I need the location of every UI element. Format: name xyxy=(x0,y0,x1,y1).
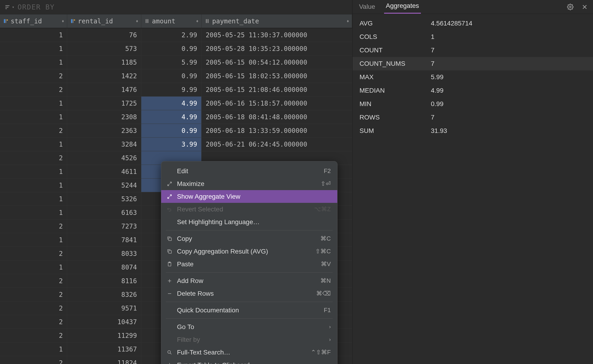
menu-item-show-aggregate-view[interactable]: Show Aggregate View xyxy=(161,190,337,203)
column-header-payment-date[interactable]: payment_date ♦ xyxy=(202,14,352,28)
aggregate-row[interactable]: MEDIAN4.99 xyxy=(352,84,593,97)
cell-staff-id[interactable]: 1 xyxy=(0,28,67,42)
table-row[interactable]: 214769.992005-06-15 21:08:46.000000 xyxy=(0,83,352,97)
cell-rental-id[interactable]: 7273 xyxy=(67,220,141,233)
menu-item-delete-rows[interactable]: Delete Rows⌘⌫ xyxy=(161,287,337,300)
aggregate-row[interactable]: COUNT7 xyxy=(352,44,593,57)
menu-item-full-text-search[interactable]: Full-Text Search…⌃⇧⌘F xyxy=(161,346,337,359)
menu-item-export-table-to-clipboard[interactable]: Export Table to Clipboard xyxy=(161,359,337,364)
cell-rental-id[interactable]: 11299 xyxy=(67,329,141,342)
cell-staff-id[interactable]: 2 xyxy=(0,220,67,233)
cell-amount[interactable]: 5.99 xyxy=(141,56,202,69)
cell-staff-id[interactable]: 1 xyxy=(0,110,67,124)
aggregate-row[interactable]: COLS1 xyxy=(352,30,593,44)
cell-staff-id[interactable]: 1 xyxy=(0,179,67,192)
cell-staff-id[interactable]: 2 xyxy=(0,124,67,137)
cell-amount[interactable]: 2.99 xyxy=(141,28,202,42)
cell-staff-id[interactable]: 1 xyxy=(0,42,67,55)
order-by-bar[interactable]: ▾ ORDER BY xyxy=(0,0,352,14)
cell-rental-id[interactable]: 6163 xyxy=(67,206,141,219)
aggregate-row[interactable]: ROWS7 xyxy=(352,111,593,124)
cell-staff-id[interactable]: 1 xyxy=(0,137,67,151)
cell-rental-id[interactable]: 11367 xyxy=(67,343,141,356)
menu-item-add-row[interactable]: Add Row⌘N xyxy=(161,274,337,287)
cell-rental-id[interactable]: 1185 xyxy=(67,56,141,69)
cell-amount[interactable]: 9.99 xyxy=(141,83,202,96)
cell-rental-id[interactable]: 573 xyxy=(67,42,141,55)
column-header-rental-id[interactable]: rental_id ♦ xyxy=(67,14,141,28)
cell-staff-id[interactable]: 1 xyxy=(0,97,67,110)
close-icon[interactable] xyxy=(581,3,588,11)
cell-payment-date[interactable]: 2005-06-16 15:18:57.000000 xyxy=(202,97,352,110)
cell-rental-id[interactable]: 3284 xyxy=(67,137,141,151)
cell-rental-id[interactable]: 1476 xyxy=(67,83,141,96)
menu-item-copy-aggregation-result-avg[interactable]: Copy Aggregation Result (AVG)⇧⌘C xyxy=(161,245,337,258)
table-row[interactable]: 214220.992005-06-15 18:02:53.000000 xyxy=(0,69,352,83)
aggregate-row[interactable]: COUNT_NUMS7 xyxy=(352,57,593,70)
cell-payment-date[interactable]: 2005-05-28 10:35:23.000000 xyxy=(202,42,352,55)
cell-staff-id[interactable]: 2 xyxy=(0,69,67,83)
tab-value[interactable]: Value xyxy=(357,0,377,14)
cell-staff-id[interactable]: 2 xyxy=(0,288,67,301)
cell-payment-date[interactable]: 2005-06-15 00:54:12.000000 xyxy=(202,56,352,69)
table-row[interactable]: 111855.992005-06-15 00:54:12.000000 xyxy=(0,56,352,69)
cell-staff-id[interactable]: 2 xyxy=(0,356,67,364)
menu-item-maximize[interactable]: Maximize⇧⏎ xyxy=(161,177,337,190)
table-row[interactable]: 223630.992005-06-18 13:33:59.000000 xyxy=(0,124,352,137)
cell-rental-id[interactable]: 4526 xyxy=(67,151,141,165)
cell-rental-id[interactable]: 8074 xyxy=(67,260,141,274)
cell-amount[interactable]: 4.99 xyxy=(141,97,202,110)
cell-rental-id[interactable]: 1725 xyxy=(67,97,141,110)
cell-staff-id[interactable]: 1 xyxy=(0,343,67,356)
tab-aggregates[interactable]: Aggregates xyxy=(384,0,421,14)
cell-payment-date[interactable]: 2005-06-15 21:08:46.000000 xyxy=(202,83,352,96)
cell-rental-id[interactable]: 8326 xyxy=(67,288,141,301)
menu-item-set-highlighting-language[interactable]: Set Highlighting Language… xyxy=(161,215,337,228)
cell-rental-id[interactable]: 1422 xyxy=(67,69,141,83)
cell-rental-id[interactable]: 8033 xyxy=(67,247,141,260)
table-row[interactable]: 123084.992005-06-18 08:41:48.000000 xyxy=(0,110,352,124)
cell-rental-id[interactable]: 11824 xyxy=(67,356,141,364)
cell-rental-id[interactable]: 7841 xyxy=(67,233,141,247)
aggregate-row[interactable]: MIN0.99 xyxy=(352,97,593,111)
cell-amount[interactable]: 0.99 xyxy=(141,124,202,137)
menu-item-edit[interactable]: EditF2 xyxy=(161,165,337,177)
column-header-amount[interactable]: amount ♦ xyxy=(141,14,202,28)
aggregate-row[interactable]: AVG4.5614285714 xyxy=(352,17,593,30)
menu-item-quick-documentation[interactable]: Quick DocumentationF1 xyxy=(161,304,337,317)
cell-staff-id[interactable]: 2 xyxy=(0,247,67,260)
menu-item-go-to[interactable]: Go To› xyxy=(161,320,337,333)
cell-staff-id[interactable]: 1 xyxy=(0,165,67,178)
cell-payment-date[interactable]: 2005-06-18 08:41:48.000000 xyxy=(202,110,352,124)
cell-staff-id[interactable]: 1 xyxy=(0,233,67,247)
cell-staff-id[interactable]: 2 xyxy=(0,274,67,288)
cell-staff-id[interactable]: 2 xyxy=(0,329,67,342)
cell-staff-id[interactable]: 2 xyxy=(0,151,67,165)
cell-amount[interactable]: 0.99 xyxy=(141,69,202,83)
cell-staff-id[interactable]: 2 xyxy=(0,301,67,315)
cell-amount[interactable]: 3.99 xyxy=(141,137,202,151)
cell-rental-id[interactable]: 2363 xyxy=(67,124,141,137)
table-row[interactable]: 132843.992005-06-21 06:24:45.000000 xyxy=(0,137,352,151)
cell-amount[interactable]: 0.99 xyxy=(141,42,202,55)
column-header-staff-id[interactable]: staff_id ♦ xyxy=(0,14,67,28)
cell-payment-date[interactable]: 2005-06-21 06:24:45.000000 xyxy=(202,137,352,151)
cell-staff-id[interactable]: 1 xyxy=(0,206,67,219)
cell-rental-id[interactable]: 5326 xyxy=(67,192,141,206)
cell-rental-id[interactable]: 76 xyxy=(67,28,141,42)
cell-staff-id[interactable]: 1 xyxy=(0,56,67,69)
cell-rental-id[interactable]: 10437 xyxy=(67,315,141,329)
table-row[interactable]: 15730.992005-05-28 10:35:23.000000 xyxy=(0,42,352,56)
cell-amount[interactable]: 4.99 xyxy=(141,110,202,124)
table-row[interactable]: 117254.992005-06-16 15:18:57.000000 xyxy=(0,97,352,110)
cell-staff-id[interactable]: 2 xyxy=(0,315,67,329)
cell-staff-id[interactable]: 2 xyxy=(0,83,67,96)
cell-rental-id[interactable]: 4611 xyxy=(67,165,141,178)
cell-rental-id[interactable]: 5244 xyxy=(67,179,141,192)
cell-payment-date[interactable]: 2005-06-18 13:33:59.000000 xyxy=(202,124,352,137)
aggregate-row[interactable]: MAX5.99 xyxy=(352,70,593,84)
cell-staff-id[interactable]: 1 xyxy=(0,260,67,274)
gear-icon[interactable] xyxy=(567,3,574,11)
cell-staff-id[interactable]: 1 xyxy=(0,192,67,206)
cell-payment-date[interactable]: 2005-05-25 11:30:37.000000 xyxy=(202,28,352,42)
